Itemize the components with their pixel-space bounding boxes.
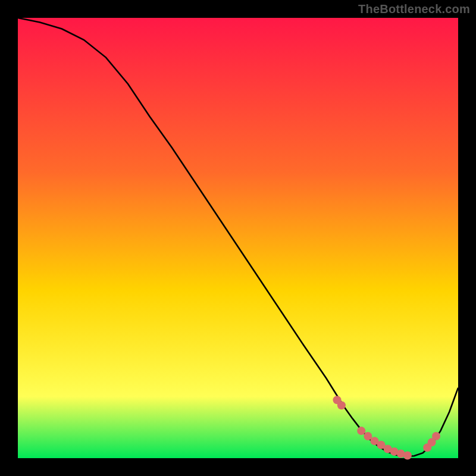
watermark-label: TheBottleneck.com	[358, 2, 470, 16]
data-point-marker	[432, 432, 440, 440]
data-point-marker	[357, 427, 365, 435]
chart-plot	[0, 0, 476, 476]
plot-background	[18, 18, 458, 458]
chart-container: TheBottleneck.com	[0, 0, 476, 476]
data-point-marker	[337, 401, 346, 409]
data-point-marker	[403, 452, 412, 460]
